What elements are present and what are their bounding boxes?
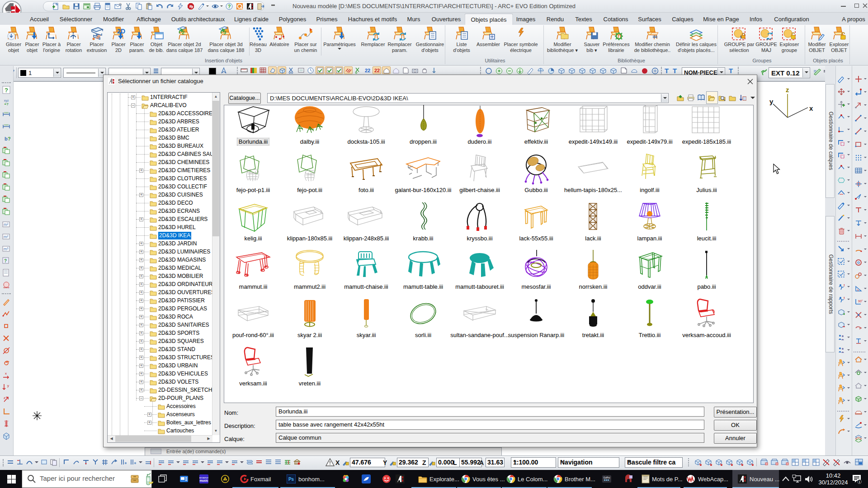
svg-text:x: x <box>809 104 813 112</box>
svg-text:22: 22 <box>374 68 380 73</box>
svg-text:?: ? <box>4 258 7 263</box>
svg-text:?: ? <box>5 87 8 94</box>
svg-text:z: z <box>786 86 789 94</box>
svg-text:!: ! <box>844 283 845 287</box>
svg-text:90°: 90° <box>858 300 863 303</box>
svg-text:2: 2 <box>182 30 184 35</box>
svg-text:www: www <box>3 286 10 289</box>
svg-text:!: ! <box>844 296 845 300</box>
svg-text:+?: +? <box>4 102 9 106</box>
svg-text:3: 3 <box>223 30 226 35</box>
svg-text:GoPro: GoPro <box>604 476 610 479</box>
svg-text:mm: mm <box>4 123 9 126</box>
svg-text:mm: mm <box>4 111 9 114</box>
svg-text:b: b <box>5 136 8 141</box>
svg-text:?: ? <box>8 136 10 141</box>
svg-text:Ps: Ps <box>288 477 294 482</box>
svg-text:x: x <box>5 371 7 375</box>
svg-text:z: z <box>4 396 5 400</box>
svg-text:music: music <box>200 479 208 482</box>
svg-text:m³: m³ <box>4 247 9 251</box>
svg-text:m²: m² <box>4 235 9 239</box>
svg-text:m²: m² <box>4 222 9 227</box>
svg-text:y: y <box>7 384 9 388</box>
svg-text:22: 22 <box>365 68 370 73</box>
svg-text:1: 1 <box>859 480 860 484</box>
